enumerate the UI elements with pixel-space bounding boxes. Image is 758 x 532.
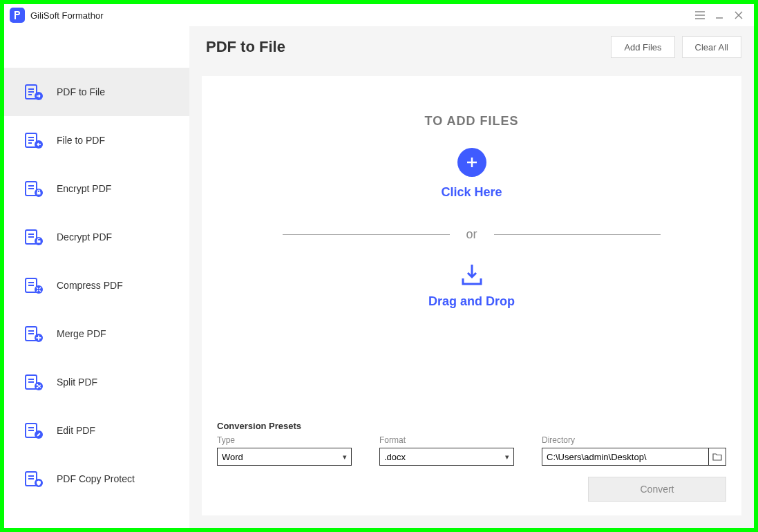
format-select[interactable]: .docx ▾	[379, 448, 514, 466]
click-here-label[interactable]: Click Here	[441, 185, 502, 200]
directory-input[interactable]	[542, 448, 708, 466]
sidebar-item-merge-pdf[interactable]: Merge PDF	[4, 310, 189, 358]
protect-icon	[25, 469, 44, 488]
sidebar-item-split-pdf[interactable]: Split PDF	[4, 358, 189, 406]
divider-line	[283, 234, 449, 235]
sidebar-item-label: PDF Copy Protect	[57, 473, 135, 484]
app-title: GiliSoft Formathor	[30, 10, 690, 21]
presets-title: Conversion Presets	[217, 421, 726, 431]
drag-drop-label: Drag and Drop	[428, 294, 515, 309]
sidebar-item-pdf-to-file[interactable]: PDF to File	[4, 68, 189, 116]
sidebar: PDF to File File to PDF	[4, 26, 189, 528]
sidebar-item-label: Decrypt PDF	[57, 231, 112, 243]
split-icon	[25, 372, 44, 392]
format-column: Format .docx ▾	[379, 435, 514, 466]
chevron-down-icon: ▾	[505, 453, 509, 462]
or-text: or	[466, 227, 477, 242]
page-title: PDF to File	[206, 38, 604, 56]
add-files-button[interactable]: Add Files	[611, 36, 674, 58]
format-value: .docx	[384, 452, 406, 462]
app-logo-icon	[10, 8, 25, 23]
or-divider: or	[283, 227, 661, 242]
type-column: Type Word ▾	[217, 435, 352, 466]
sidebar-item-decrypt-pdf[interactable]: Decrypt PDF	[4, 213, 189, 261]
main-header: PDF to File Add Files Clear All	[189, 26, 754, 68]
sidebar-item-label: Compress PDF	[57, 280, 123, 291]
directory-label: Directory	[542, 435, 726, 445]
conversion-presets: Conversion Presets Type Word ▾ Format	[202, 411, 741, 515]
title-bar: GiliSoft Formathor	[4, 4, 754, 26]
chevron-down-icon: ▾	[343, 453, 347, 462]
merge-icon	[25, 324, 44, 343]
clear-all-button[interactable]: Clear All	[682, 36, 741, 58]
sidebar-item-label: Encrypt PDF	[57, 183, 111, 194]
divider-line	[494, 234, 661, 235]
menu-icon[interactable]	[690, 6, 710, 25]
sidebar-item-pdf-copy-protect[interactable]: PDF Copy Protect	[4, 455, 189, 503]
app-body: PDF to File File to PDF	[4, 26, 754, 528]
drop-zone[interactable]: TO ADD FILES Click Here or	[202, 76, 741, 411]
edit-icon	[25, 421, 44, 440]
content-area: TO ADD FILES Click Here or	[202, 76, 741, 515]
app-window: GiliSoft Formathor	[4, 4, 754, 528]
sidebar-item-label: PDF to File	[57, 86, 105, 97]
directory-column: Directory	[542, 435, 726, 466]
convert-row: Convert	[217, 477, 726, 502]
drag-drop-icon	[459, 263, 485, 287]
encrypt-icon	[25, 179, 44, 198]
sidebar-item-file-to-pdf[interactable]: File to PDF	[4, 116, 189, 164]
sidebar-item-edit-pdf[interactable]: Edit PDF	[4, 406, 189, 455]
presets-row: Type Word ▾ Format .docx ▾	[217, 435, 726, 466]
type-value: Word	[222, 452, 243, 462]
sidebar-item-label: Merge PDF	[57, 328, 106, 339]
sidebar-item-encrypt-pdf[interactable]: Encrypt PDF	[4, 164, 189, 213]
decrypt-icon	[25, 227, 44, 247]
minimize-icon[interactable]	[710, 6, 729, 25]
svg-rect-25	[37, 240, 41, 243]
svg-point-29	[35, 285, 43, 294]
svg-rect-20	[37, 192, 41, 195]
sidebar-item-label: File to PDF	[57, 135, 105, 146]
drop-title: TO ADD FILES	[424, 114, 518, 129]
type-label: Type	[217, 435, 352, 445]
format-label: Format	[379, 435, 514, 445]
add-files-plus-icon[interactable]	[457, 148, 486, 177]
browse-folder-button[interactable]	[708, 448, 726, 466]
main-panel: PDF to File Add Files Clear All TO ADD F…	[189, 26, 754, 528]
sidebar-item-label: Edit PDF	[57, 425, 95, 436]
sidebar-item-compress-pdf[interactable]: Compress PDF	[4, 261, 189, 310]
sidebar-item-label: Split PDF	[57, 377, 97, 388]
file-to-pdf-icon	[25, 131, 44, 150]
close-icon[interactable]	[729, 6, 748, 25]
convert-button[interactable]: Convert	[588, 477, 726, 502]
pdf-to-file-icon	[25, 82, 44, 102]
compress-icon	[25, 276, 44, 295]
type-select[interactable]: Word ▾	[217, 448, 352, 466]
